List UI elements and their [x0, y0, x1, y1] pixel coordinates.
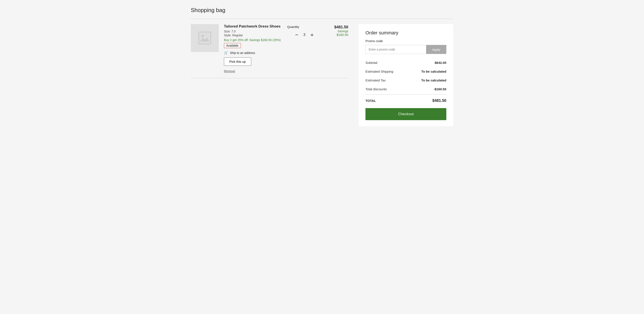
product-price: $481.50: [327, 25, 348, 29]
promo-label: Promo code: [366, 39, 446, 43]
tax-value: To be calculated: [421, 78, 446, 82]
promo-row: Apply: [366, 45, 446, 54]
discounts-label: Total discounts: [366, 87, 387, 91]
quantity-value: 3: [301, 33, 308, 37]
summary-total-row: TOTAL $481.50: [366, 95, 446, 107]
cart-section: Tailored Patchwork Dress Shoes Size: 7.5…: [191, 24, 348, 78]
order-summary: Order summary Promo code Apply Subtotal …: [358, 24, 453, 126]
savings-amount: $160.50: [327, 33, 348, 36]
summary-divider: [366, 94, 446, 95]
quantity-increase-button[interactable]: +: [308, 31, 316, 38]
pickup-button[interactable]: Pick this up: [224, 57, 251, 66]
svg-point-1: [201, 35, 204, 37]
total-label: TOTAL: [366, 99, 376, 102]
price-section: $481.50 Savings $160.50: [327, 24, 348, 73]
summary-row-shipping: Estimated Shipping To be calculated: [366, 67, 446, 76]
apply-promo-button[interactable]: Apply: [426, 45, 446, 54]
product-style: Style: Regular: [224, 33, 282, 37]
page-title: Shopping bag: [191, 7, 453, 13]
ship-row: 🛒 Ship to an address: [224, 51, 282, 55]
quantity-label: Quantity: [287, 25, 299, 28]
discounts-value: -$160.50: [434, 87, 446, 91]
quantity-section: Quantity − 3 +: [287, 24, 322, 73]
availability-badge: Available: [224, 43, 241, 48]
shipping-label: Estimated Shipping: [366, 70, 393, 73]
product-name: Tailored Patchwork Dress Shoes: [224, 24, 282, 29]
quantity-decrease-button[interactable]: −: [292, 31, 301, 38]
product-size: Size: 7.5: [224, 30, 282, 33]
quantity-controls: − 3 +: [292, 31, 316, 38]
svg-rect-0: [199, 32, 211, 44]
product-image: [191, 24, 219, 52]
promo-input[interactable]: [366, 45, 426, 54]
subtotal-label: Subtotal: [366, 61, 377, 64]
tax-label: Estimated Tax: [366, 78, 386, 82]
savings-label: Savings: [327, 29, 348, 33]
remove-button[interactable]: Remove: [224, 69, 235, 73]
summary-row-tax: Estimated Tax To be calculated: [366, 76, 446, 85]
shipping-value: To be calculated: [421, 70, 446, 73]
ship-icon: 🛒: [224, 51, 228, 55]
main-content: Tailored Patchwork Dress Shoes Size: 7.5…: [191, 24, 453, 126]
checkout-button[interactable]: Checkout: [366, 108, 446, 120]
summary-row-subtotal: Subtotal $642.00: [366, 58, 446, 67]
cart-item: Tailored Patchwork Dress Shoes Size: 7.5…: [191, 24, 348, 78]
order-summary-title: Order summary: [366, 30, 446, 36]
ship-label: Ship to an address: [230, 51, 255, 55]
subtotal-value: $642.00: [435, 61, 446, 64]
header-divider: [191, 19, 453, 19]
product-promo: Buy 2 get 25% off: Savings $160.50 (25%): [224, 38, 282, 42]
total-value: $481.50: [432, 98, 446, 103]
product-info: Tailored Patchwork Dress Shoes Size: 7.5…: [224, 24, 282, 73]
summary-row-discounts: Total discounts -$160.50: [366, 85, 446, 93]
